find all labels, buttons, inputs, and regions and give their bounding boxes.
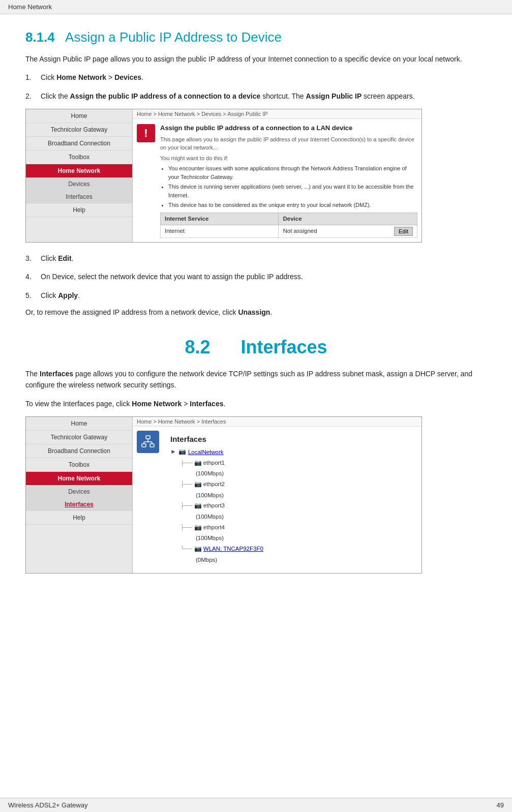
- step-1: 1. Cick Home Network > Devices.: [25, 72, 487, 83]
- step-3: 3. Click Edit.: [25, 253, 487, 264]
- nav-home-1[interactable]: Home: [26, 109, 132, 123]
- wlan-speed: (0Mbps): [180, 557, 217, 563]
- nav-devices-2[interactable]: Devices: [26, 486, 132, 498]
- steps-list: 1. Cick Home Network > Devices. 2. Click…: [25, 72, 487, 102]
- warning-text-block: Assign the public IP address of a connec…: [160, 123, 417, 238]
- step-4: 4. On Device, select the network device …: [25, 271, 487, 282]
- warning-desc: This page allows you to assign the publi…: [160, 135, 417, 152]
- footer-page-number: 49: [497, 801, 504, 809]
- section-814-intro: The Assign Public IP page allows you to …: [25, 53, 487, 65]
- breadcrumb-1: Home > Home Network > Devices > Assign P…: [133, 109, 421, 119]
- nav-panel-2: Home Technicolor Gateway Broadband Conne…: [26, 417, 133, 573]
- col-device: Device: [279, 213, 417, 225]
- tree-wlan: └── 📷 WLAN: TNCAP92F3F0 (0Mbps): [170, 544, 411, 565]
- eth3-speed: (100Mbps): [180, 514, 224, 520]
- page-footer: Wireless ADSL2+ Gateway 49: [0, 798, 512, 812]
- nav-broadband-2[interactable]: Broadband Connection: [26, 444, 132, 458]
- nav-interfaces-1[interactable]: Interfaces: [26, 191, 132, 203]
- warning-box: ! Assign the public IP address of a conn…: [133, 119, 421, 242]
- warning-icon: !: [137, 124, 155, 142]
- cell-service: Internet: [161, 225, 279, 237]
- footer-left: Wireless ADSL2+ Gateway: [8, 801, 87, 809]
- screenshot-1: Home Technicolor Gateway Broadband Conne…: [25, 109, 422, 243]
- eth3-name: ethport3: [203, 502, 225, 508]
- nav-help-1[interactable]: Help: [26, 203, 132, 217]
- interfaces-panel: Interfaces ► 📷 LocalNetwork ├── 📷 ethpor…: [133, 427, 421, 573]
- section-82-intro: The Interfaces page allows you to config…: [25, 368, 487, 391]
- section-82-title: 8.2 Interfaces: [25, 337, 487, 358]
- eth4-name: ethport4: [203, 524, 225, 530]
- breadcrumb-2: Home > Home Network > Interfaces: [133, 417, 421, 427]
- nav-homenetwork-1[interactable]: Home Network: [26, 164, 132, 178]
- edit-button[interactable]: Edit: [394, 227, 413, 236]
- tree-eth3: ├── 📷 ethport3 (100Mbps): [170, 500, 411, 522]
- nav-panel-1: Home Technicolor Gateway Broadband Conne…: [26, 109, 133, 242]
- eth4-speed: (100Mbps): [180, 535, 224, 541]
- nav-interfaces-2[interactable]: Interfaces: [26, 498, 132, 511]
- main-content: 8.1.4 Assign a Public IP Address to Devi…: [0, 14, 512, 624]
- warning-title: Assign the public IP address of a connec…: [160, 123, 417, 133]
- assign-ip-table: Internet Service Device Internet Not ass…: [160, 213, 417, 238]
- interfaces-tree: ► 📷 LocalNetwork ├── 📷 ethport1 (100Mbps…: [170, 446, 411, 565]
- step-2: 2. Click the Assign the public IP addres…: [25, 91, 487, 102]
- cell-device: Not assigned Edit: [279, 225, 417, 237]
- svg-rect-1: [142, 444, 146, 447]
- eth2-name: ethport2: [203, 481, 225, 487]
- warning-might: You might want to do this if:: [160, 154, 417, 163]
- step-5: 5. Click Apply.: [25, 290, 487, 301]
- wlan-link[interactable]: WLAN: TNCAP92F3F0: [203, 546, 263, 552]
- bullet-2: This device is running server applicatio…: [168, 183, 417, 199]
- or-unassign-text: Or, to remove the assigned IP address fr…: [25, 308, 487, 316]
- screenshot-2: Home Technicolor Gateway Broadband Conne…: [25, 416, 422, 574]
- steps-list-2: 3. Click Edit. 4. On Device, select the …: [25, 253, 487, 301]
- local-network-link[interactable]: LocalNetwork: [188, 447, 224, 458]
- nav-toolbox-1[interactable]: Toolbox: [26, 151, 132, 164]
- nav-toolbox-2[interactable]: Toolbox: [26, 458, 132, 472]
- table-row: Internet Not assigned Edit: [161, 225, 417, 237]
- warning-bullets: You encounter issues with some applicati…: [160, 164, 417, 209]
- page-header: Home Network: [0, 0, 512, 14]
- eth1-speed: (100Mbps): [180, 470, 224, 476]
- svg-rect-0: [146, 436, 150, 439]
- section-82-nav-text: To view the Interfaces page, click Home …: [25, 398, 487, 409]
- tree-eth4: ├── 📷 ethport4 (100Mbps): [170, 522, 411, 544]
- tree-eth1: ├── 📷 ethport1 (100Mbps): [170, 458, 411, 479]
- interfaces-title: Interfaces: [170, 435, 411, 443]
- section-814-title: 8.1.4 Assign a Public IP Address to Devi…: [25, 29, 487, 45]
- tree-eth2: ├── 📷 ethport2 (100Mbps): [170, 479, 411, 500]
- eth1-name: ethport1: [203, 460, 225, 466]
- nav-home-2[interactable]: Home: [26, 417, 132, 431]
- nav-broadband-1[interactable]: Broadband Connection: [26, 137, 132, 151]
- screenshot-2-content: Home > Home Network > Interfaces: [133, 417, 421, 573]
- nav-devices-1[interactable]: Devices: [26, 178, 132, 191]
- interfaces-content: Interfaces ► 📷 LocalNetwork ├── 📷 ethpor…: [164, 431, 417, 569]
- screenshot-1-content: Home > Home Network > Devices > Assign P…: [133, 109, 421, 242]
- bullet-3: This device has to be considered as the …: [168, 201, 417, 209]
- col-service: Internet Service: [161, 213, 279, 225]
- svg-rect-2: [150, 444, 154, 447]
- tree-root: ► 📷 LocalNetwork: [170, 446, 411, 458]
- interfaces-icon: [137, 431, 159, 453]
- nav-help-2[interactable]: Help: [26, 511, 132, 525]
- bullet-1: You encounter issues with some applicati…: [168, 164, 417, 181]
- nav-homenetwork-2[interactable]: Home Network: [26, 472, 132, 486]
- nav-technicolor-2[interactable]: Technicolor Gateway: [26, 431, 132, 444]
- eth2-speed: (100Mbps): [180, 492, 224, 498]
- header-text: Home Network: [8, 3, 52, 11]
- nav-technicolor-1[interactable]: Technicolor Gateway: [26, 123, 132, 137]
